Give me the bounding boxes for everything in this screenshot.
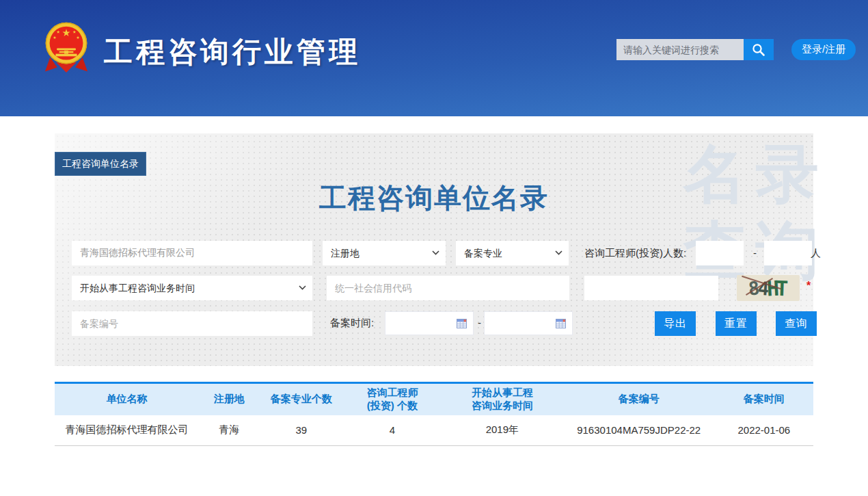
cell-record-time: 2022-01-06 [715,415,813,446]
calendar-icon[interactable] [457,319,467,328]
page: 工程咨询行业管理 登录/注册 名录 查询 工程咨询单位名录 工程咨询单位名录 注… [0,0,868,496]
captcha-image[interactable]: 8 4 H T [737,275,800,301]
record-specialty-select-wrap: 备案专业 [456,241,569,265]
col-header-record-time: 备案时间 [715,383,813,415]
record-time-label: 备案时间: [330,317,374,330]
engineer-count-range-dash: - [753,247,757,259]
search-input[interactable] [616,39,744,60]
record-number-input[interactable] [72,311,312,336]
col-header-specialty-count: 备案专业个数 [260,383,343,415]
col-header-record-number: 备案编号 [563,383,715,415]
registration-place-select-wrap: 注册地 [323,241,446,265]
header-search [616,39,774,60]
site-title: 工程咨询行业管理 [104,33,361,71]
start-business-time-select-wrap: 开始从事工程咨询业务时间 [72,276,312,300]
site-header: 工程咨询行业管理 登录/注册 [0,0,868,116]
table-row: 青海国德招标代理有限公司 青海 39 4 2019年 91630104MA759… [55,415,813,446]
engineer-count-label: 咨询工程师(投资)人数: [584,247,686,260]
login-register-button[interactable]: 登录/注册 [791,39,856,60]
tab-unit-directory[interactable]: 工程咨询单位名录 [55,152,146,176]
reset-button[interactable]: 重置 [716,311,757,336]
cell-start-time: 2019年 [442,415,563,446]
engineer-count-min-input[interactable] [696,241,744,265]
cell-record-number: 91630104MA759JDP22-22 [563,415,715,446]
cell-engineer-count: 4 [343,415,442,446]
page-title: 工程咨询单位名录 [55,179,813,217]
record-time-start-input[interactable] [385,311,474,335]
start-business-time-select[interactable]: 开始从事工程咨询业务时间 [72,276,312,300]
col-header-engineer-count: 咨询工程师 (投资) 个数 [343,383,442,415]
person-unit-label: 人 [811,247,821,260]
calendar-icon[interactable] [556,319,566,328]
captcha-input[interactable] [584,276,718,300]
col-header-start-time: 开始从事工程 咨询业务时间 [442,383,563,415]
search-button[interactable] [744,39,774,60]
results-table: 单位名称 注册地 备案专业个数 咨询工程师 (投资) 个数 开始从事工程 咨询业… [55,382,813,446]
cell-registration-place: 青海 [199,415,260,446]
record-time-range-dash: - [478,317,481,328]
cell-specialty-count: 39 [260,415,343,446]
col-header-registration-place: 注册地 [199,383,260,415]
cell-unit-name: 青海国德招标代理有限公司 [55,415,199,446]
national-emblem-icon [41,19,92,75]
registration-place-select[interactable]: 注册地 [323,241,446,265]
search-icon [751,42,766,57]
record-specialty-select[interactable]: 备案专业 [456,241,569,265]
export-button[interactable]: 导出 [655,311,696,336]
company-name-input[interactable] [72,241,312,265]
query-button[interactable]: 查询 [776,311,817,336]
record-time-end-input[interactable] [484,311,573,335]
engineer-count-max-input[interactable] [764,241,812,265]
col-header-unit-name: 单位名称 [55,383,199,415]
tab-label: 工程咨询单位名录 [62,158,139,170]
credit-code-input[interactable] [327,276,569,300]
table-header-row: 单位名称 注册地 备案专业个数 咨询工程师 (投资) 个数 开始从事工程 咨询业… [55,383,813,415]
required-asterisk: * [806,280,811,292]
